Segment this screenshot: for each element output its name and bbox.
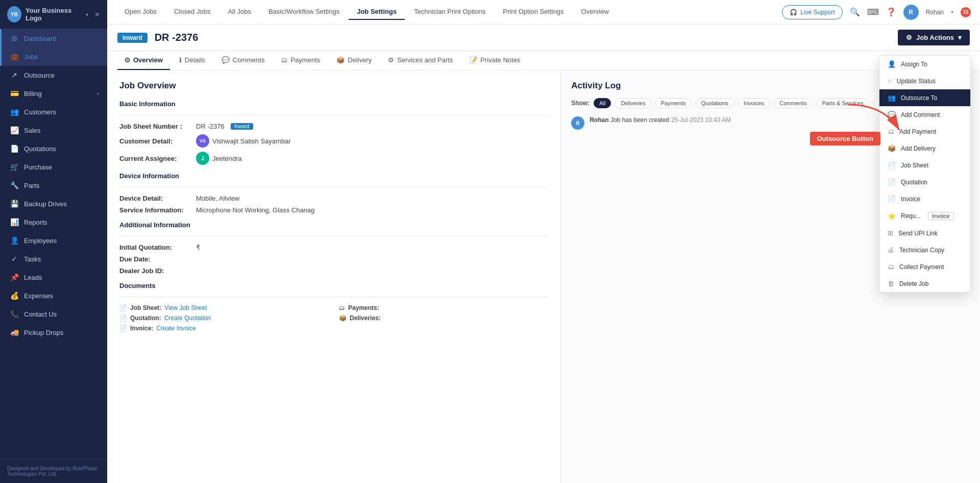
- sidebar-item-backup-drives[interactable]: 💾 Backup Drives: [0, 195, 107, 213]
- job-sheet-icon: 📄: [888, 161, 896, 169]
- subtab-comments[interactable]: 💬 Comments: [214, 51, 272, 70]
- job-header: Inward DR -2376 ⚙ Job Actions ▾: [107, 25, 980, 51]
- tab-technician-print-options[interactable]: Technician Print Options: [406, 4, 494, 20]
- dropdown-technician-copy[interactable]: 🖨 Technician Copy: [879, 242, 970, 258]
- dropdown-add-delivery[interactable]: 📦 Add Delivery: [879, 140, 970, 157]
- tab-print-option-settings[interactable]: Print Option Settings: [495, 4, 572, 20]
- filter-deliveries[interactable]: Deliveries: [615, 98, 651, 108]
- customers-icon: 👥: [10, 108, 19, 116]
- deliveries-doc-icon: 📦: [339, 315, 347, 322]
- filter-parts-services[interactable]: Parts & Services: [816, 98, 869, 108]
- sidebar-item-purchase[interactable]: 🛒 Purchase: [0, 158, 107, 176]
- subtab-delivery[interactable]: 📦 Delivery: [329, 51, 379, 70]
- sidebar-item-label: Outsource: [24, 71, 55, 79]
- sidebar-item-quotations[interactable]: 📄 Quotations: [0, 139, 107, 158]
- dropdown-add-comment[interactable]: 💬 Add Comment: [879, 106, 970, 123]
- user-avatar[interactable]: R: [903, 5, 919, 20]
- sidebar-item-billing[interactable]: 💳 Billing ›: [0, 84, 107, 103]
- sidebar-item-label: Reports: [24, 219, 47, 226]
- tab-job-settings[interactable]: Job Settings: [349, 4, 405, 20]
- dropdown-update-status[interactable]: ○ Update Status: [879, 73, 970, 89]
- sidebar-logo[interactable]: YB Your Business Logo ▾ ✕: [0, 0, 107, 29]
- dropdown-quotation[interactable]: 📄 Quotation: [879, 174, 970, 190]
- sidebar-item-outsource[interactable]: ↗ Outsource: [0, 66, 107, 84]
- sidebar-item-contact-us[interactable]: 📞 Contact Us: [0, 305, 107, 323]
- job-actions-button[interactable]: ⚙ Job Actions ▾: [898, 30, 970, 45]
- dropdown-request[interactable]: ⭐ Requ... Invoice: [879, 207, 970, 225]
- invoice-icon: 📄: [888, 195, 896, 203]
- sidebar-item-jobs[interactable]: 💼 Jobs: [0, 47, 107, 66]
- subtab-payments[interactable]: 🗂 Payments: [274, 51, 327, 70]
- help-icon[interactable]: ❓: [886, 7, 896, 17]
- doc-invoice-label: Invoice:: [130, 325, 153, 332]
- tab-all-jobs[interactable]: All Jobs: [219, 4, 259, 20]
- employees-icon: 👤: [10, 236, 19, 245]
- sidebar-item-label: Parts: [24, 182, 39, 189]
- subtab-overview[interactable]: ⊙ Overview: [117, 51, 170, 70]
- sidebar-item-customers[interactable]: 👥 Customers: [0, 103, 107, 121]
- tab-basic-workflow-settings[interactable]: Basic/Workflow Settings: [260, 4, 348, 20]
- sidebar-item-dashboard[interactable]: ⊞ Dashboard: [0, 29, 107, 47]
- send-upi-link-icon: ⊞: [888, 229, 893, 237]
- dropdown-invoice[interactable]: 📄 Invoice: [879, 190, 970, 207]
- sidebar-item-label: Purchase: [24, 163, 52, 171]
- view-job-sheet-link[interactable]: View Job Sheet: [164, 304, 207, 311]
- sidebar-item-label: Leads: [24, 274, 42, 281]
- job-sheet-label: Job Sheet: [901, 162, 928, 169]
- show-label: Show:: [571, 100, 590, 107]
- backup-drives-icon: 💾: [10, 200, 19, 208]
- dropdown-job-sheet[interactable]: 📄 Job Sheet: [879, 157, 970, 174]
- doc-invoice: 📄 Invoice: Create Invoice: [119, 325, 329, 332]
- dashboard-icon: ⊞: [10, 34, 19, 42]
- sidebar-item-expenses[interactable]: 💰 Expenses: [0, 286, 107, 305]
- footer-text: Designed and Developed by BytePhase Tech…: [7, 466, 97, 477]
- dropdown-collect-payment[interactable]: 🗂 Collect Payment: [879, 258, 970, 275]
- add-delivery-icon: 📦: [888, 144, 896, 152]
- subtab-services-and-parts[interactable]: ⚙ Services and Parts: [381, 51, 460, 70]
- send-upi-link-label: Send UPI Link: [898, 230, 938, 237]
- current-assignee-label: Current Assignee:: [119, 155, 196, 162]
- dropdown-send-upi-link[interactable]: ⊞ Send UPI Link: [879, 225, 970, 242]
- dropdown-add-payment[interactable]: 🗂 Add Payment: [879, 123, 970, 140]
- filter-quotations[interactable]: Quotations: [696, 98, 734, 108]
- subtab-private-notes[interactable]: 📝 Private Notes: [462, 51, 527, 70]
- sidebar-item-tasks[interactable]: ✓ Tasks: [0, 250, 107, 268]
- subtab-details[interactable]: ℹ Details: [172, 51, 212, 70]
- logo-icon: YB: [7, 6, 21, 22]
- tasks-icon: ✓: [10, 255, 19, 263]
- tab-overview[interactable]: Overview: [573, 4, 617, 20]
- keyboard-icon[interactable]: ⌨: [867, 7, 879, 17]
- pickup-drops-icon: 🚚: [10, 328, 19, 336]
- outsource-button-tooltip: Outsource Button: [810, 132, 881, 146]
- live-support-button[interactable]: 🎧 Live Support: [782, 5, 842, 19]
- filter-invoices[interactable]: Invoices: [738, 98, 770, 108]
- filter-comments[interactable]: Comments: [774, 98, 812, 108]
- add-delivery-label: Add Delivery: [901, 145, 936, 152]
- search-icon[interactable]: 🔍: [850, 7, 860, 17]
- create-invoice-link[interactable]: Create Invoice: [156, 325, 195, 332]
- dropdown-delete-job[interactable]: 🗑 Delete Job: [879, 275, 970, 292]
- collect-payment-label: Collect Payment: [899, 263, 944, 271]
- sidebar-item-reports[interactable]: 📊 Reports: [0, 213, 107, 231]
- headset-icon: 🎧: [790, 9, 797, 16]
- notification-badge[interactable]: 15: [961, 7, 971, 17]
- dropdown-assign-to[interactable]: 👤 Assign To: [879, 56, 970, 73]
- sidebar-item-employees[interactable]: 👤 Employees: [0, 231, 107, 250]
- create-quotation-link[interactable]: Create Quotation: [164, 315, 211, 322]
- reports-icon: 📊: [10, 218, 19, 226]
- doc-payments-label: Payments:: [348, 304, 379, 311]
- sidebar-item-leads[interactable]: 📌 Leads: [0, 268, 107, 286]
- dropdown-outsource-to[interactable]: 👥 Outsource To: [879, 89, 970, 106]
- sidebar-item-pickup-drops[interactable]: 🚚 Pickup Drops: [0, 323, 107, 342]
- due-date-label: Due Date:: [119, 255, 196, 263]
- tab-closed-jobs[interactable]: Closed Jobs: [166, 4, 219, 20]
- sidebar-close-button[interactable]: ✕: [94, 11, 100, 18]
- sidebar-item-sales[interactable]: 📈 Sales: [0, 121, 107, 139]
- filter-payments[interactable]: Payments: [655, 98, 692, 108]
- sidebar-item-label: Tasks: [24, 255, 41, 263]
- sidebar-item-parts[interactable]: 🔧 Parts: [0, 176, 107, 195]
- invoice-small-badge: Invoice: [928, 212, 954, 220]
- tab-open-jobs[interactable]: Open Jobs: [116, 4, 165, 20]
- filter-all[interactable]: All: [594, 98, 611, 108]
- add-payment-label: Add Payment: [899, 128, 936, 135]
